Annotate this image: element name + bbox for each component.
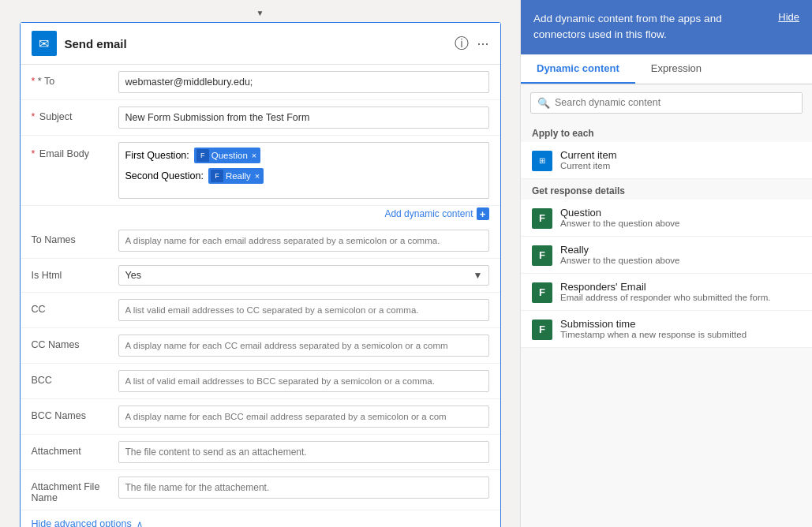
attachment-input[interactable] (118, 441, 489, 463)
bcc-names-input[interactable] (118, 406, 489, 428)
right-panel: Add dynamic content from the apps and co… (520, 0, 812, 527)
email-icon: ✉ (32, 31, 57, 56)
question-name: Question (560, 207, 680, 219)
bcc-label: BCC (32, 370, 118, 386)
more-options-icon[interactable]: ··· (477, 36, 488, 52)
to-row: * * To (21, 65, 500, 100)
really-tag-label: Really (226, 171, 251, 181)
attachment-file-row: Attachment File Name (21, 470, 500, 510)
really-tag-icon: F (211, 170, 223, 182)
really-name: Really (560, 244, 680, 256)
attachment-file-label: Attachment File Name (32, 477, 118, 503)
question-text: Question Answer to the question above (560, 207, 680, 228)
cc-label: CC (32, 299, 118, 315)
to-label: * * To (32, 71, 118, 87)
attachment-file-input[interactable] (118, 477, 489, 499)
is-html-select-container: Yes No ▼ (118, 265, 489, 286)
send-email-card: ✉ Send email ⓘ ··· * * To * Subject (20, 22, 501, 527)
email-body-row: * Email Body First Question: F Question … (21, 136, 500, 206)
line2-prefix: Second Question: (125, 170, 204, 181)
responders-email-text: Responders' Email Email address of respo… (560, 281, 771, 302)
dynamic-item-current-item[interactable]: ⊞ Current item Current item (521, 142, 812, 179)
dynamic-item-submission-time[interactable]: F Submission time Timestamp when a new r… (521, 311, 812, 348)
bcc-names-label: BCC Names (32, 406, 118, 421)
add-dynamic-content-label: Add dynamic content (384, 208, 473, 219)
section-apply-to-each: Apply to each (521, 121, 812, 142)
cc-names-label: CC Names (32, 335, 118, 350)
question-tag-close[interactable]: × (252, 151, 256, 160)
cc-names-input[interactable] (118, 335, 489, 357)
cc-input[interactable] (118, 299, 489, 321)
hide-advanced-label: Hide advanced options (32, 518, 132, 527)
question-desc: Answer to the question above (560, 219, 680, 228)
responders-email-icon: F (532, 282, 552, 303)
info-icon[interactable]: ⓘ (455, 34, 469, 53)
line1-prefix: First Question: (125, 150, 189, 161)
dynamic-item-really[interactable]: F Really Answer to the question above (521, 237, 812, 274)
email-body-label: * Email Body (32, 142, 118, 159)
panel-content: Apply to each ⊞ Current item Current ite… (521, 121, 812, 528)
really-tag-close[interactable]: × (255, 171, 260, 181)
to-input[interactable] (118, 71, 489, 93)
to-names-label: To Names (32, 230, 118, 245)
card-header-actions: ⓘ ··· (455, 34, 488, 53)
submission-time-desc: Timestamp when a new response is submitt… (560, 330, 747, 339)
current-item-icon: ⊞ (532, 151, 552, 171)
submission-time-icon: F (532, 320, 552, 340)
bcc-input[interactable] (118, 370, 489, 392)
subject-input[interactable] (118, 107, 489, 129)
attachment-row: Attachment (21, 435, 500, 470)
is-html-label: Is Html (32, 265, 118, 281)
card-body: * * To * Subject * Email Body First Ques… (21, 65, 500, 527)
panel-header: Add dynamic content from the apps and co… (521, 0, 812, 54)
section-get-response-details: Get response details (521, 179, 812, 200)
is-html-select[interactable]: Yes No (118, 265, 489, 286)
hide-advanced-chevron-icon: ∧ (137, 519, 143, 528)
bcc-row: BCC (21, 364, 500, 399)
responders-email-name: Responders' Email (560, 281, 771, 293)
search-icon: 🔍 (537, 97, 550, 109)
submission-time-name: Submission time (560, 318, 747, 330)
really-tag[interactable]: F Really × (208, 168, 264, 184)
really-text: Really Answer to the question above (560, 244, 680, 265)
really-desc: Answer to the question above (560, 256, 680, 265)
card-title: Send email (65, 37, 447, 50)
subject-label: * Subject (32, 107, 118, 122)
panel-tabs: Dynamic content Expression (521, 54, 812, 84)
tab-expression[interactable]: Expression (635, 54, 717, 84)
current-item-desc: Current item (560, 161, 617, 170)
question-tag[interactable]: F Question × (194, 148, 260, 163)
question-icon: F (532, 208, 552, 229)
email-body-line2: Second Question: F Really × (125, 168, 482, 184)
dynamic-item-responders-email[interactable]: F Responders' Email Email address of res… (521, 274, 812, 311)
to-names-row: To Names (21, 223, 500, 259)
bcc-names-row: BCC Names (21, 399, 500, 435)
search-input[interactable] (555, 97, 795, 108)
panel-header-text: Add dynamic content from the apps and co… (533, 11, 770, 43)
current-item-text: Current item Current item (560, 149, 617, 170)
attachment-label: Attachment (32, 441, 118, 457)
hide-advanced-row[interactable]: Hide advanced options ∧ (21, 510, 500, 527)
tab-dynamic-content[interactable]: Dynamic content (521, 54, 635, 84)
card-header: ✉ Send email ⓘ ··· (21, 23, 500, 65)
really-icon: F (532, 245, 552, 266)
add-dynamic-content-row[interactable]: Add dynamic content + (21, 206, 500, 223)
email-body-line1: First Question: F Question × (125, 148, 482, 163)
email-body-container[interactable]: First Question: F Question × Second Ques… (118, 142, 489, 199)
dynamic-item-question[interactable]: F Question Answer to the question above (521, 200, 812, 237)
current-item-name: Current item (560, 149, 617, 161)
panel-hide-button[interactable]: Hide (778, 11, 799, 23)
responders-email-desc: Email address of responder who submitted… (560, 293, 771, 302)
cc-names-row: CC Names (21, 328, 500, 364)
is-html-row: Is Html Yes No ▼ (21, 259, 500, 293)
to-names-input[interactable] (118, 230, 489, 252)
question-tag-icon: F (196, 149, 209, 162)
add-dynamic-plus-icon: + (477, 207, 489, 220)
submission-time-text: Submission time Timestamp when a new res… (560, 318, 747, 339)
panel-search-area: 🔍 (521, 84, 812, 121)
search-box: 🔍 (530, 92, 803, 114)
question-tag-label: Question (211, 151, 248, 160)
cc-row: CC (21, 293, 500, 328)
subject-row: * Subject (21, 100, 500, 136)
